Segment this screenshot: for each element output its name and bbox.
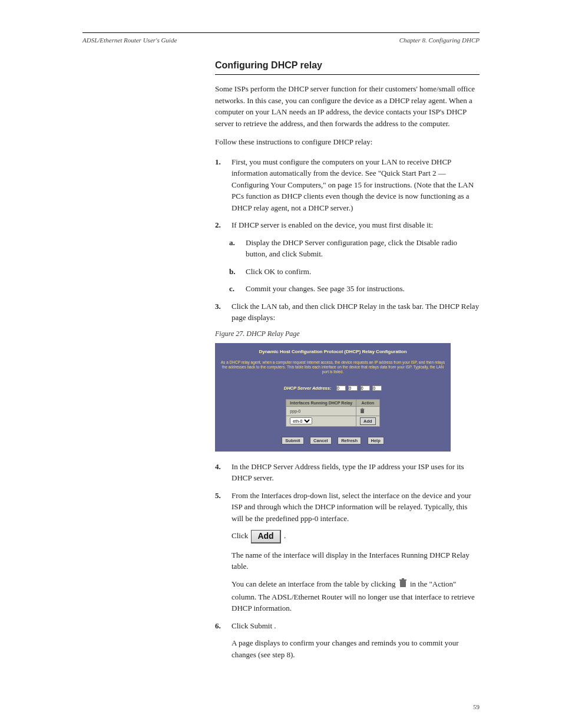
refresh-button[interactable]: Refresh [338, 437, 361, 444]
step-3: 3. Click the LAN tab, and then click DHC… [215, 301, 480, 324]
dhcp-relay-screenshot: Dynamic Host Configuration Protocol (DHC… [215, 343, 451, 452]
section-para-2: Follow these instructions to configure D… [215, 136, 480, 148]
dhcp-server-address-label: DHCP Server Address: [284, 386, 332, 391]
cancel-button[interactable]: Cancel [310, 437, 332, 444]
section-rule [215, 74, 480, 75]
step-number: 3. [215, 301, 226, 324]
step-body: Click Submit . [232, 620, 276, 632]
dhcp-server-address-row: DHCP Server Address: [220, 381, 446, 392]
svg-rect-0 [361, 410, 364, 413]
submit-button[interactable]: Submit [282, 437, 303, 444]
svg-rect-5 [402, 578, 404, 579]
page-number: 59 [473, 703, 480, 710]
trash-icon[interactable] [360, 410, 365, 414]
table-header-interfaces: Interfaces Running DHCP Relay [286, 399, 356, 406]
shot-title: Dynamic Host Configuration Protocol (DHC… [220, 349, 446, 354]
step-body: From the Interfaces drop-down list, sele… [232, 490, 480, 525]
step-number: 5. [215, 490, 226, 525]
inline-submit-word: Submit [250, 621, 272, 630]
section-para-1: Some ISPs perform the DHCP server functi… [215, 83, 480, 129]
add-button[interactable]: Add [360, 417, 376, 425]
table-row: ppp-0 [286, 406, 379, 416]
step-delete-note: You can delete an interface from the tab… [215, 578, 480, 614]
trash-icon [399, 578, 407, 591]
svg-rect-1 [361, 409, 365, 409]
step-body: Click Add . [232, 530, 286, 543]
ip-octet-2[interactable] [348, 386, 358, 391]
ip-octet-1[interactable] [336, 386, 346, 391]
help-button[interactable]: Help [368, 437, 384, 444]
inline-submit-word: Submit [299, 249, 321, 258]
step-body: A page displays to confirm your changes … [232, 637, 480, 660]
step-body: You can delete an interface from the tab… [232, 578, 480, 614]
step-5: 5. From the Interfaces drop-down list, s… [215, 490, 480, 525]
step-2: 2. If DHCP server is enabled on the devi… [215, 219, 480, 231]
step-body: Commit your changes. See page 35 for ins… [246, 283, 405, 295]
step-2c: c. Commit your changes. See page 35 for … [229, 283, 480, 295]
shot-button-row: Submit Cancel Refresh Help [220, 434, 446, 444]
step-number: a. [229, 237, 240, 260]
section-heading: Configuring DHCP relay [215, 60, 480, 71]
step-click-add: Click Add . [215, 530, 480, 543]
ip-octet-3[interactable] [361, 386, 370, 391]
step-body: If DHCP server is enabled on the device,… [232, 219, 433, 231]
running-head: ADSL/Ethernet Router User's Guide Chapte… [82, 37, 480, 44]
step-2a: a. Display the DHCP Server configuration… [229, 237, 480, 260]
figure-caption: Figure 27. DHCP Relay Page [215, 330, 480, 338]
running-head-right: Chapter 8. Configuring DHCP [399, 37, 480, 44]
step-1: 1. First, you must configure the compute… [215, 156, 480, 214]
step-number: b. [229, 266, 240, 278]
iface-select[interactable]: eth-0 [290, 417, 312, 424]
step-6: 6. Click Submit . [215, 620, 480, 632]
step-4: 4. In the DHCP Server Address fields, ty… [215, 461, 480, 484]
step-2b: b. Click OK to confirm. [229, 266, 480, 278]
step-number: 6. [215, 620, 226, 632]
svg-rect-4 [399, 579, 406, 581]
step-number: 1. [215, 156, 226, 214]
step-body: Click OK to confirm. [246, 266, 311, 278]
step-number: 2. [215, 219, 226, 231]
step-body: Click the LAN tab, and then click DHCP R… [232, 301, 480, 324]
shot-description: As a DHCP relay agent, when a computer r… [220, 360, 446, 374]
ip-octet-4[interactable] [372, 386, 382, 391]
post-steps: 4. In the DHCP Server Address fields, ty… [215, 461, 480, 660]
step-body: First, you must configure the computers … [232, 156, 480, 214]
step-body: Display the DHCP Server configuration pa… [246, 237, 480, 260]
table-row-add: eth-0 Add [286, 416, 379, 426]
svg-rect-3 [400, 581, 406, 587]
table-header-action: Action [356, 399, 380, 406]
step-number: 4. [215, 461, 226, 484]
svg-rect-2 [362, 408, 363, 409]
steps-list: 1. First, you must configure the compute… [215, 156, 480, 338]
step-add-result: The name of the interface will display i… [215, 549, 480, 572]
running-head-left: ADSL/Ethernet Router User's Guide [82, 37, 177, 44]
interfaces-table: Interfaces Running DHCP Relay Action ppp… [286, 399, 379, 427]
top-rule [82, 32, 480, 33]
iface-action-cell [356, 406, 380, 416]
step-body: The name of the interface will display i… [232, 549, 480, 572]
inline-add-button: Add [251, 530, 280, 543]
step-confirm-note: A page displays to confirm your changes … [215, 637, 480, 660]
step-body: In the DHCP Server Address fields, type … [232, 461, 480, 484]
inline-ok-word: OK [264, 267, 275, 276]
iface-name: ppp-0 [286, 406, 356, 416]
step-number: c. [229, 283, 240, 295]
